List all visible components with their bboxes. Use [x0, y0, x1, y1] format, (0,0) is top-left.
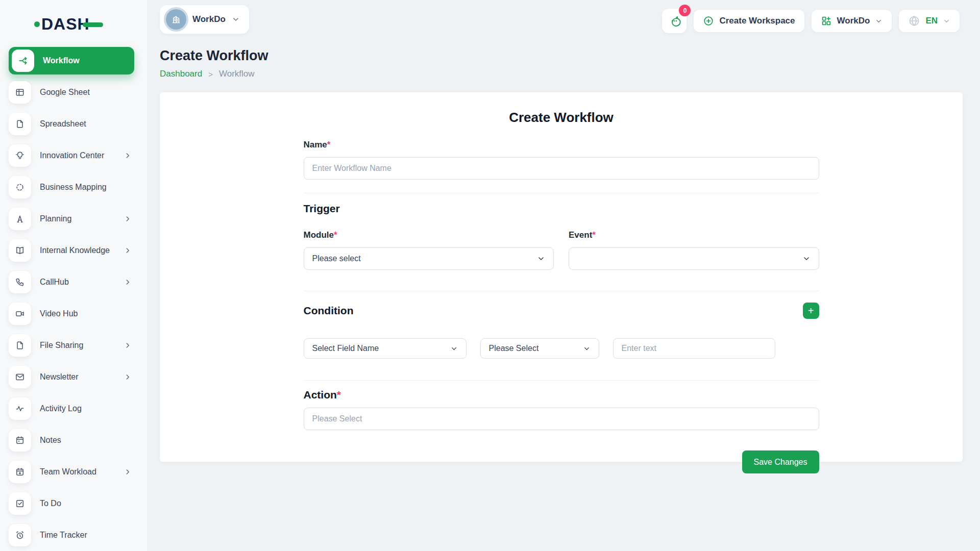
sidebar-item-to-do[interactable]: To Do	[9, 492, 134, 515]
action-heading: Action*	[304, 389, 819, 401]
workflow-name-input[interactable]	[304, 157, 819, 180]
messages-button[interactable]: 0	[662, 9, 687, 33]
module-select-value: Please select	[312, 254, 361, 263]
module-select[interactable]: Please select	[304, 247, 554, 270]
sidebar-item-label: File Sharing	[40, 341, 124, 350]
sidebar-item-label: Notes	[40, 436, 134, 445]
condition-field-value: Select Field Name	[312, 344, 379, 353]
sidebar-item-time-tracker[interactable]: Time Tracker	[9, 524, 134, 546]
sidebar-item-file-sharing[interactable]: File Sharing	[9, 334, 134, 357]
sidebar-item-internal-knowledge[interactable]: Internal Knowledge	[9, 239, 134, 262]
sidebar-item-newsletter[interactable]: Newsletter	[9, 366, 134, 388]
sidebar-item-label: Planning	[40, 214, 124, 223]
top-header: WorkDo 0 Create Workspace WorkDo	[147, 0, 980, 34]
chevron-down-icon	[943, 17, 950, 25]
chat-bubble-icon	[668, 14, 681, 28]
required-asterisk: *	[592, 230, 596, 240]
condition-field-select[interactable]: Select Field Name	[304, 338, 467, 359]
language-label: EN	[925, 16, 938, 26]
sidebar-item-label: Internal Knowledge	[40, 246, 124, 255]
divider	[304, 193, 819, 193]
plus-circle-icon	[703, 15, 714, 27]
workspace-avatar	[166, 9, 186, 30]
sidebar-item-innovation-center[interactable]: Innovation Center	[9, 144, 134, 167]
sidebar-item-notes[interactable]: Notes	[9, 429, 134, 452]
breadcrumb-separator-icon: >	[208, 70, 213, 79]
sidebar-item-label: Innovation Center	[40, 151, 124, 160]
create-workflow-card: Create Workflow Name* Trigger Module* Pl…	[160, 92, 963, 462]
create-workspace-label: Create Workspace	[719, 16, 795, 26]
required-asterisk: *	[334, 230, 337, 240]
sidebar-item-team-workload[interactable]: Team Workload	[9, 461, 134, 483]
chevron-right-icon	[124, 247, 131, 254]
language-dropdown[interactable]: EN	[899, 10, 960, 32]
sidebar-item-callhub[interactable]: CallHub	[9, 271, 134, 293]
sidebar-item-planning[interactable]: Planning	[9, 208, 134, 230]
condition-operator-value: Please Select	[489, 344, 539, 353]
sidebar-item-label: Business Mapping	[40, 183, 134, 192]
sidebar-item-spreadsheet[interactable]: Spreadsheet	[9, 113, 134, 135]
breadcrumb: Dashboard > Workflow	[160, 69, 963, 79]
sidebar-item-label: CallHub	[40, 278, 124, 287]
chevron-right-icon	[124, 215, 131, 222]
action-select-placeholder: Please Select	[312, 414, 362, 423]
file-icon	[9, 334, 31, 357]
add-condition-button[interactable]: +	[803, 303, 819, 319]
mail-icon	[9, 366, 31, 388]
chevron-right-icon	[124, 373, 131, 381]
page-content: Create Workflow Dashboard > Workflow Cre…	[147, 34, 980, 462]
sidebar-item-label: Video Hub	[40, 309, 134, 318]
header-actions: 0 Create Workspace WorkDo EN	[662, 9, 960, 33]
chevron-right-icon	[124, 152, 131, 159]
required-asterisk: *	[337, 389, 341, 400]
sidebar-item-business-mapping[interactable]: Business Mapping	[9, 176, 134, 198]
create-workspace-button[interactable]: Create Workspace	[694, 10, 804, 32]
calendar-plus-icon	[9, 461, 31, 483]
workspace-switcher[interactable]: WorkDo	[160, 5, 249, 34]
table-icon	[9, 81, 31, 104]
alarm-clock-icon	[9, 524, 31, 546]
create-workflow-form: Create Workflow Name* Trigger Module* Pl…	[304, 92, 819, 473]
book-icon	[9, 239, 31, 262]
main-area: WorkDo 0 Create Workspace WorkDo	[147, 0, 980, 551]
sidebar-item-label: Activity Log	[40, 404, 134, 413]
sidebar-item-google-sheet[interactable]: Google Sheet	[9, 81, 134, 104]
sidebar-item-activity-log[interactable]: Activity Log	[9, 397, 134, 420]
app-menu-dropdown[interactable]: WorkDo	[812, 10, 892, 32]
grid-plus-icon	[821, 15, 832, 27]
event-select[interactable]	[569, 247, 819, 270]
messages-badge: 0	[679, 5, 691, 16]
divider	[304, 380, 819, 381]
sidebar-item-workflow[interactable]: Workflow	[9, 47, 134, 74]
condition-value-input[interactable]	[613, 338, 775, 359]
breadcrumb-dashboard-link[interactable]: Dashboard	[160, 69, 202, 79]
condition-operator-select[interactable]: Please Select	[480, 338, 599, 359]
sidebar-item-label: Spreadsheet	[40, 119, 134, 129]
page-title: Create Workflow	[160, 48, 963, 64]
sidebar-item-label: Time Tracker	[40, 531, 134, 540]
sidebar: DASH Workflow Google Sheet Spreadsheet	[0, 0, 147, 551]
action-select[interactable]: Please Select	[304, 408, 819, 430]
chevron-down-icon	[875, 17, 883, 25]
file-icon	[9, 113, 31, 135]
breadcrumb-current: Workflow	[219, 69, 255, 79]
sidebar-item-label: Workflow	[43, 56, 134, 65]
calendar-icon	[9, 429, 31, 452]
workspace-name: WorkDo	[192, 14, 226, 24]
lightbulb-icon	[9, 144, 31, 167]
name-label: Name*	[304, 140, 819, 150]
condition-heading: Condition	[304, 305, 354, 317]
globe-icon	[908, 15, 920, 27]
chevron-down-icon	[450, 345, 458, 353]
save-changes-button[interactable]: Save Changes	[742, 450, 819, 473]
phone-icon	[9, 271, 31, 293]
trigger-heading: Trigger	[304, 203, 819, 215]
app-menu-label: WorkDo	[837, 16, 870, 26]
chevron-down-icon	[232, 15, 240, 23]
chevron-right-icon	[124, 342, 131, 349]
divider	[304, 291, 819, 291]
sidebar-item-video-hub[interactable]: Video Hub	[9, 303, 134, 325]
chevron-right-icon	[124, 468, 131, 475]
module-label: Module*	[304, 230, 554, 240]
video-camera-icon	[9, 303, 31, 325]
